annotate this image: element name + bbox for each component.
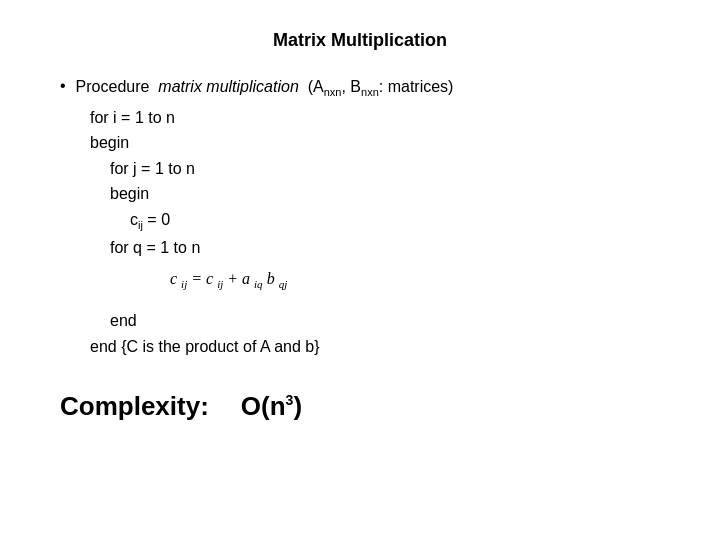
formula-svg: c ij = c ij + a iq b qj (130, 264, 330, 296)
page-title: Matrix Multiplication (60, 30, 660, 51)
complexity-on: O(n (241, 391, 286, 421)
complexity-value: O(n3) (241, 391, 302, 422)
end1-line: end (110, 308, 660, 334)
for-i-line: for i = 1 to n (90, 105, 660, 131)
for-q-line: for q = 1 to n (110, 235, 660, 261)
begin2-line: begin (110, 181, 660, 207)
page: Matrix Multiplication • Procedure matrix… (0, 0, 720, 540)
procedure-italic: matrix multiplication (158, 78, 298, 95)
sub-nxn2: nxn (361, 86, 379, 98)
procedure-row: • Procedure matrix multiplication (Anxn,… (60, 75, 660, 101)
cij-assign: = 0 (143, 211, 170, 228)
proc-params: (Anxn, Bnxn: matrices) (308, 78, 454, 95)
cij-line: cij = 0 (130, 207, 660, 235)
end2-line: end {C is the product of A and b} (90, 334, 660, 360)
content-area: • Procedure matrix multiplication (Anxn,… (60, 75, 660, 422)
complexity-close: ) (293, 391, 302, 421)
formula-line: c ij = c ij + a iq b qj (130, 264, 660, 304)
procedure-text: Procedure matrix multiplication (Anxn, B… (76, 75, 454, 101)
complexity-label: Complexity: (60, 391, 209, 422)
code-block: for i = 1 to n begin for j = 1 to n begi… (90, 105, 660, 360)
complexity-section: Complexity: O(n3) (60, 391, 660, 422)
for-j-line: for j = 1 to n (110, 156, 660, 182)
cij-var: cij (130, 211, 143, 228)
sub-nxn1: nxn (324, 86, 342, 98)
begin1-line: begin (90, 130, 660, 156)
procedure-label: Procedure (76, 78, 150, 95)
bullet-point: • (60, 77, 66, 95)
svg-text:c
            ij
             : c ij = c ij + a iq b qj (170, 270, 287, 291)
